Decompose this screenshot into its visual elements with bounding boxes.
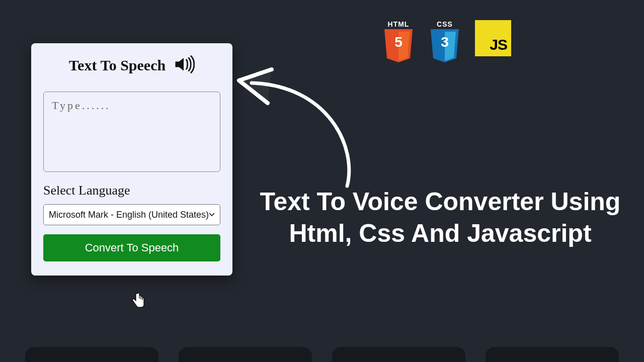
tts-card: Text To Speech Select Language Microsoft… (31, 43, 232, 276)
hand-drawn-arrow-icon (221, 55, 372, 196)
convert-button[interactable]: Convert To Speech (43, 234, 220, 261)
badge-js-glyph: JS (490, 36, 507, 53)
page-headline: Text To Voice Converter Using Html, Css … (257, 186, 624, 249)
badge-html-glyph: 5 (382, 34, 415, 50)
text-input[interactable] (43, 92, 220, 172)
select-language-label: Select Language (43, 183, 220, 198)
tech-badges: HTML 5 CSS 3 JS (382, 20, 511, 65)
language-select[interactable]: Microsoft Mark - English (United States) (43, 204, 220, 225)
badge-css: CSS 3 (429, 20, 461, 65)
css-shield-icon: 3 (429, 29, 461, 65)
badge-css-glyph: 3 (429, 34, 461, 50)
badge-html: HTML 5 (382, 20, 415, 65)
speaker-icon (173, 53, 195, 77)
html-shield-icon: 5 (382, 29, 415, 65)
card-header: Text To Speech (43, 53, 220, 77)
badge-html-label: HTML (388, 20, 410, 28)
badge-js: JS (475, 20, 511, 56)
badge-css-label: CSS (437, 20, 453, 28)
bottom-decoration (0, 347, 644, 362)
card-title: Text To Speech (69, 57, 166, 74)
hand-cursor-icon (131, 293, 145, 310)
